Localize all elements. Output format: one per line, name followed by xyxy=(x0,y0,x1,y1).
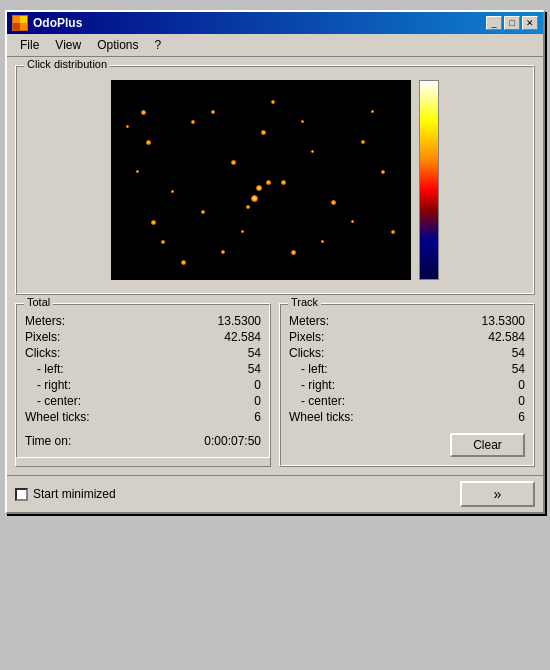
title-bar-left: OdoPlus xyxy=(12,15,82,31)
total-left-row: - left: 54 xyxy=(25,361,261,377)
track-pixels-value: 42.584 xyxy=(465,330,525,344)
track-meters-label: Meters: xyxy=(289,314,329,328)
colorbar xyxy=(419,80,439,280)
track-left-label: - left: xyxy=(301,362,328,376)
total-wheel-value: 6 xyxy=(201,410,261,424)
title-bar-buttons: _ □ ✕ xyxy=(486,16,538,30)
minimize-button[interactable]: _ xyxy=(486,16,502,30)
total-wheel-label: Wheel ticks: xyxy=(25,410,90,424)
total-panel: Total Meters: 13.5300 Pixels: 42.584 Cli… xyxy=(15,303,271,467)
window-title: OdoPlus xyxy=(33,16,82,30)
track-clicks-value: 54 xyxy=(465,346,525,360)
track-clicks-label: Clicks: xyxy=(289,346,324,360)
total-clicks-label: Clicks: xyxy=(25,346,60,360)
svg-rect-2 xyxy=(13,23,20,30)
checkbox-area: Start minimized xyxy=(15,487,116,501)
clear-button[interactable]: Clear xyxy=(450,433,525,457)
bottom-bar: Start minimized » xyxy=(7,475,543,512)
track-center-value: 0 xyxy=(465,394,525,408)
clear-button-area: Clear xyxy=(289,433,525,457)
track-clicks-row: Clicks: 54 xyxy=(289,345,525,361)
track-right-row: - right: 0 xyxy=(289,377,525,393)
track-wheel-value: 6 xyxy=(465,410,525,424)
track-panel-inner: Meters: 13.5300 Pixels: 42.584 Clicks: 5… xyxy=(280,304,534,466)
menu-help[interactable]: ? xyxy=(147,36,170,54)
start-minimized-label: Start minimized xyxy=(33,487,116,501)
heatmap-canvas xyxy=(111,80,411,280)
total-panel-inner: Meters: 13.5300 Pixels: 42.584 Clicks: 5… xyxy=(16,304,270,458)
total-pixels-row: Pixels: 42.584 xyxy=(25,329,261,345)
click-distribution-label: Click distribution xyxy=(24,58,110,70)
total-pixels-label: Pixels: xyxy=(25,330,60,344)
track-meters-value: 13.5300 xyxy=(465,314,525,328)
track-right-label: - right: xyxy=(301,378,335,392)
main-window: OdoPlus _ □ ✕ File View Options ? Click … xyxy=(5,10,545,514)
total-meters-row: Meters: 13.5300 xyxy=(25,313,261,329)
total-left-label: - left: xyxy=(37,362,64,376)
total-time-label: Time on: xyxy=(25,434,71,448)
track-right-value: 0 xyxy=(465,378,525,392)
title-bar: OdoPlus _ □ ✕ xyxy=(7,12,543,34)
menu-options[interactable]: Options xyxy=(89,36,146,54)
total-right-row: - right: 0 xyxy=(25,377,261,393)
main-content: Click distribution xyxy=(7,57,543,475)
total-right-label: - right: xyxy=(37,378,71,392)
total-wheel-row: Wheel ticks: 6 xyxy=(25,409,261,425)
track-pixels-label: Pixels: xyxy=(289,330,324,344)
click-distribution-content xyxy=(16,66,534,294)
track-left-value: 54 xyxy=(465,362,525,376)
click-distribution-group: Click distribution xyxy=(15,65,535,295)
maximize-button[interactable]: □ xyxy=(504,16,520,30)
total-meters-value: 13.5300 xyxy=(201,314,261,328)
chevron-button[interactable]: » xyxy=(460,481,535,507)
app-icon xyxy=(12,15,28,31)
menu-file[interactable]: File xyxy=(12,36,47,54)
track-wheel-label: Wheel ticks: xyxy=(289,410,354,424)
total-label: Total xyxy=(24,296,53,308)
svg-rect-1 xyxy=(20,16,27,23)
total-time-value: 0:00:07:50 xyxy=(201,434,261,448)
track-center-row: - center: 0 xyxy=(289,393,525,409)
total-pixels-value: 42.584 xyxy=(201,330,261,344)
total-clicks-value: 54 xyxy=(201,346,261,360)
track-meters-row: Meters: 13.5300 xyxy=(289,313,525,329)
total-right-value: 0 xyxy=(201,378,261,392)
total-center-row: - center: 0 xyxy=(25,393,261,409)
close-button[interactable]: ✕ xyxy=(522,16,538,30)
total-clicks-row: Clicks: 54 xyxy=(25,345,261,361)
start-minimized-checkbox[interactable] xyxy=(15,488,28,501)
heatmap-area xyxy=(25,75,525,285)
total-time-row: Time on: 0:00:07:50 xyxy=(25,433,261,449)
track-pixels-row: Pixels: 42.584 xyxy=(289,329,525,345)
menu-view[interactable]: View xyxy=(47,36,89,54)
track-left-row: - left: 54 xyxy=(289,361,525,377)
total-center-label: - center: xyxy=(37,394,81,408)
chevron-icon: » xyxy=(494,486,502,502)
stats-row: Total Meters: 13.5300 Pixels: 42.584 Cli… xyxy=(15,303,535,467)
track-label: Track xyxy=(288,296,321,308)
total-left-value: 54 xyxy=(201,362,261,376)
svg-rect-0 xyxy=(13,16,20,23)
total-meters-label: Meters: xyxy=(25,314,65,328)
track-center-label: - center: xyxy=(301,394,345,408)
track-panel: Track Meters: 13.5300 Pixels: 42.584 Cli… xyxy=(279,303,535,467)
menu-bar: File View Options ? xyxy=(7,34,543,57)
svg-rect-3 xyxy=(20,23,27,30)
track-wheel-row: Wheel ticks: 6 xyxy=(289,409,525,425)
total-center-value: 0 xyxy=(201,394,261,408)
